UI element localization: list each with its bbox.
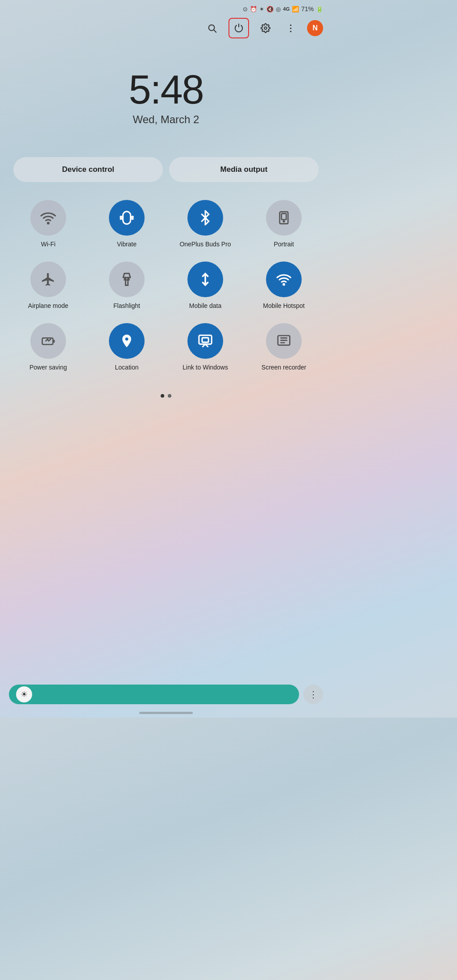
page-dots xyxy=(0,394,332,398)
screen-recorder-label: Screen recorder xyxy=(262,363,306,371)
brightness-thumb: ☀ xyxy=(16,686,32,702)
tile-airplane[interactable]: Airplane mode xyxy=(19,262,77,310)
vibrate-icon-circle xyxy=(109,200,145,236)
bottom-bar: ☀ ⋮ xyxy=(9,685,323,704)
flashlight-label: Flashlight xyxy=(113,302,140,310)
battery-icon: 🔋 xyxy=(316,6,323,12)
media-output-button[interactable]: Media output xyxy=(169,157,319,182)
mobile-data-icon-circle xyxy=(187,262,223,297)
svg-point-14 xyxy=(283,284,285,285)
tile-flashlight[interactable]: Flashlight xyxy=(98,262,156,310)
link-windows-icon-circle xyxy=(187,323,223,359)
svg-point-3 xyxy=(48,223,49,224)
more-icon: ⋮ xyxy=(309,689,318,700)
brightness-slider[interactable]: ☀ xyxy=(9,685,299,704)
hotspot-label: Mobile Hotspot xyxy=(263,302,304,310)
tile-vibrate[interactable]: Vibrate xyxy=(98,200,156,248)
device-control-button[interactable]: Device control xyxy=(13,157,163,182)
portrait-label: Portrait xyxy=(274,240,294,248)
hotspot-icon-circle xyxy=(266,262,302,297)
status-bar: ⊙ ⏰ ✶ 🔇 ◎ 4G 📶 71% 🔋 xyxy=(0,0,332,15)
wifi-label: Wi-Fi xyxy=(41,240,56,248)
oneplus-buds-label: OnePlus Buds Pro xyxy=(179,240,231,248)
signal-icon: 📶 xyxy=(292,6,299,12)
quick-tiles-section: Wi-Fi Vibrate On xyxy=(0,191,332,390)
svg-point-12 xyxy=(283,221,285,222)
link-windows-label: Link to Windows xyxy=(183,363,228,371)
quick-buttons-row: Device control Media output xyxy=(0,139,332,191)
4g-icon: 4G xyxy=(283,6,290,12)
bluetooth-icon: ✶ xyxy=(259,6,264,12)
tile-oneplus-buds[interactable]: OnePlus Buds Pro xyxy=(176,200,234,248)
wifi-icon-circle xyxy=(30,200,66,236)
status-icons: ⊙ ⏰ ✶ 🔇 ◎ 4G 📶 71% 🔋 xyxy=(243,5,323,12)
tiles-row-3: Power saving Location Link to Windows xyxy=(9,323,323,371)
nfc-icon: ◎ xyxy=(276,6,281,12)
power-saving-label: Power saving xyxy=(29,363,67,371)
clock-time: 5:48 xyxy=(9,70,323,110)
flashlight-icon-circle xyxy=(109,262,145,297)
mobile-data-label: Mobile data xyxy=(189,302,221,310)
user-avatar[interactable]: N xyxy=(307,20,323,36)
bluetooth-icon-circle xyxy=(187,200,223,236)
tile-power-saving[interactable]: Power saving xyxy=(19,323,77,371)
svg-point-2 xyxy=(264,27,267,29)
gps-icon: ⊙ xyxy=(243,6,248,12)
tile-location[interactable]: Location xyxy=(98,323,156,371)
tile-screen-recorder[interactable]: Screen recorder xyxy=(255,323,313,371)
location-icon-circle xyxy=(109,323,145,359)
brightness-icon: ☀ xyxy=(21,689,28,699)
svg-rect-17 xyxy=(202,338,208,342)
clock-date: Wed, March 2 xyxy=(9,113,323,126)
tile-link-windows[interactable]: Link to Windows xyxy=(176,323,234,371)
alarm-icon: ⏰ xyxy=(250,6,257,12)
clock-section: 5:48 Wed, March 2 xyxy=(0,43,332,139)
vibrate-label: Vibrate xyxy=(117,240,137,248)
tile-mobile-data[interactable]: Mobile data xyxy=(176,262,234,310)
mute-icon: 🔇 xyxy=(266,6,274,12)
location-label: Location xyxy=(115,363,139,371)
page-dot-2 xyxy=(168,394,171,398)
power-button-wrapper xyxy=(228,18,249,38)
brightness-more-button[interactable]: ⋮ xyxy=(303,685,323,704)
power-saving-icon-circle xyxy=(30,323,66,359)
power-button[interactable] xyxy=(230,20,247,37)
tile-wifi[interactable]: Wi-Fi xyxy=(19,200,77,248)
action-bar: ⋮ N xyxy=(0,15,332,43)
svg-rect-11 xyxy=(282,214,287,220)
svg-line-1 xyxy=(214,30,216,32)
screen-recorder-icon-circle xyxy=(266,323,302,359)
page-dot-1 xyxy=(161,394,164,398)
tile-hotspot[interactable]: Mobile Hotspot xyxy=(255,262,313,310)
search-button[interactable] xyxy=(204,20,220,37)
airplane-icon-circle xyxy=(30,262,66,297)
airplane-label: Airplane mode xyxy=(28,302,68,310)
tiles-row-2: Airplane mode Flashlight xyxy=(9,262,323,310)
tiles-row-1: Wi-Fi Vibrate On xyxy=(9,200,323,248)
tile-portrait[interactable]: Portrait xyxy=(255,200,313,248)
home-indicator xyxy=(139,712,193,714)
settings-button[interactable] xyxy=(257,20,274,37)
more-options-button[interactable]: ⋮ xyxy=(282,20,299,37)
portrait-icon-circle xyxy=(266,200,302,236)
battery-text: 71% xyxy=(301,5,314,12)
